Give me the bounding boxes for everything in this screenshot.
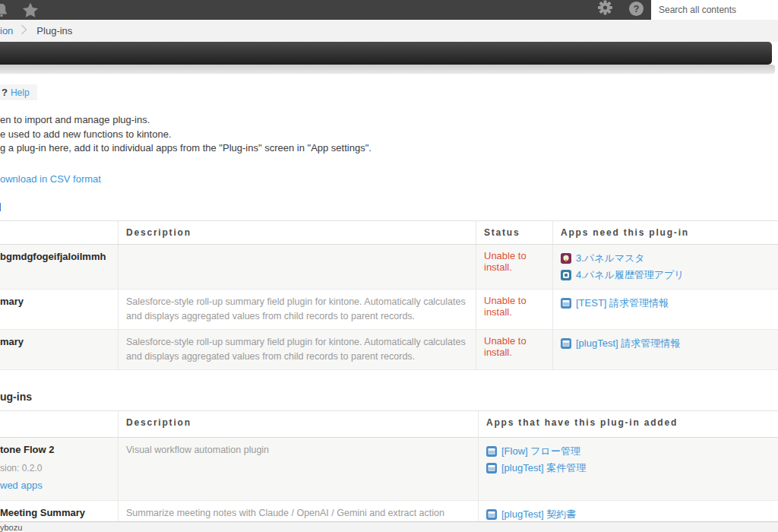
help-link[interactable]: ? Help <box>0 84 37 100</box>
plugin-description: Visual workflow automation plugin <box>119 438 479 501</box>
app-link[interactable]: [plugTest] 契約書 <box>486 506 769 523</box>
app-link-label: [plugTest] 案件管理 <box>501 460 586 477</box>
table2-col-name <box>0 411 119 438</box>
app-link[interactable]: [TEST] 請求管理情報 <box>561 295 769 312</box>
table1-col-name <box>0 221 119 245</box>
app-link[interactable]: 4.パネル履歴管理アプリ <box>561 267 769 283</box>
table-row: mary Salesforce-style roll-up summary fi… <box>0 290 778 330</box>
breadcrumb-parent-link[interactable]: ion <box>0 25 13 36</box>
status-badge: Unable to install. <box>484 335 527 358</box>
plugin-name: tone Flow 2 <box>0 443 109 456</box>
plugin-description <box>119 245 476 290</box>
plugin-description: Salesforce-style roll-up summary field p… <box>119 290 476 330</box>
help-circle-icon[interactable]: ? <box>628 1 644 17</box>
table1-col-apps: Apps need this plug-in <box>553 221 778 245</box>
app-icon-square <box>561 270 571 280</box>
table-row: bgmdgfogeifjaloilmmh Unable to install. … <box>0 245 778 290</box>
plugin-name: mary <box>0 296 24 307</box>
breadcrumb-current: Plug-ins <box>36 25 72 36</box>
section2-heading: ug-ins <box>0 391 778 403</box>
app-link-label: [TEST] 請求管理情報 <box>576 295 669 312</box>
intro-line-1: en to import and manage plug-ins. <box>0 113 778 128</box>
download-csv-link[interactable]: ownload in CSV format <box>0 173 101 185</box>
app-link-label: 3.パネルマスタ <box>576 250 645 267</box>
app-link[interactable]: [plugTest] 請求管理情報 <box>561 335 769 352</box>
top-bar: ? <box>0 0 778 20</box>
question-icon: ? <box>2 87 8 98</box>
intro-text: en to import and manage plug-ins. e used… <box>0 113 778 156</box>
not-installed-plugins-table: Description Status Apps need this plug-i… <box>0 220 778 370</box>
plugin-name: mary <box>0 336 24 347</box>
table2-header-row: Description Apps that have this plug-in … <box>0 411 778 438</box>
app-icon-lamp <box>561 253 571 264</box>
section1-heading: d <box>0 201 778 214</box>
plugins-admin-screen: ? ion Plug-ins ? Help en to import and m… <box>0 0 778 532</box>
app-link[interactable]: 3.パネルマスタ <box>561 250 769 267</box>
intro-line-2: e used to add new functions to kintone. <box>0 128 778 142</box>
plugin-description: Salesforce-style roll-up summary field p… <box>119 330 476 370</box>
app-icon-table <box>561 298 571 309</box>
app-link-label: [Flow] フロー管理 <box>501 443 580 460</box>
table-row: mary Salesforce-style roll-up summary fi… <box>0 330 778 370</box>
plugin-name: bgmdgfogeifjaloilmmh <box>0 251 106 262</box>
main-content: ? Help en to import and manage plug-ins.… <box>0 74 778 532</box>
app-icon-table <box>486 463 497 473</box>
app-link-label: [plugTest] 請求管理情報 <box>576 335 680 352</box>
app-icon-table <box>486 446 497 457</box>
bell-icon[interactable] <box>0 2 10 18</box>
app-link-label: 4.パネル履歴管理アプリ <box>576 267 685 283</box>
table1-col-status: Status <box>476 221 553 245</box>
table2-col-description: Description <box>119 411 479 438</box>
breadcrumb: ion Plug-ins <box>0 20 778 42</box>
status-badge: Unable to install. <box>484 295 527 318</box>
status-badge: Unable to install. <box>484 250 527 273</box>
app-icon-table <box>486 509 497 520</box>
app-link[interactable]: [plugTest] 案件管理 <box>486 460 769 477</box>
app-link-label: [plugTest] 契約書 <box>501 506 576 523</box>
footer-brand: ybozu <box>0 523 22 532</box>
header-shadow-strip <box>0 65 775 74</box>
app-link[interactable]: [Flow] フロー管理 <box>486 443 769 460</box>
svg-text:?: ? <box>634 4 640 14</box>
footer: ybozu <box>0 521 778 532</box>
table-row: tone Flow 2 sion: 0.2.0 wed apps Visual … <box>0 438 778 501</box>
plugin-version: sion: 0.2.0 <box>0 463 109 473</box>
table2-col-apps: Apps that have this plug-in added <box>479 411 778 438</box>
app-icon-table <box>561 338 571 349</box>
global-search <box>651 0 778 20</box>
table1-col-description: Description <box>119 221 476 245</box>
gear-icon[interactable] <box>597 0 613 17</box>
installed-plugins-table: Description Apps that have this plug-in … <box>0 410 778 532</box>
intro-line-3: g a plug-in here, add it to individual a… <box>0 141 778 156</box>
search-input[interactable] <box>651 0 778 20</box>
allowed-apps-link[interactable]: wed apps <box>0 480 109 491</box>
help-label: Help <box>11 87 30 98</box>
star-icon[interactable] <box>21 2 40 18</box>
table1-header-row: Description Status Apps need this plug-i… <box>0 221 778 245</box>
page-header-bar <box>0 42 772 65</box>
chevron-right-icon <box>21 24 27 37</box>
